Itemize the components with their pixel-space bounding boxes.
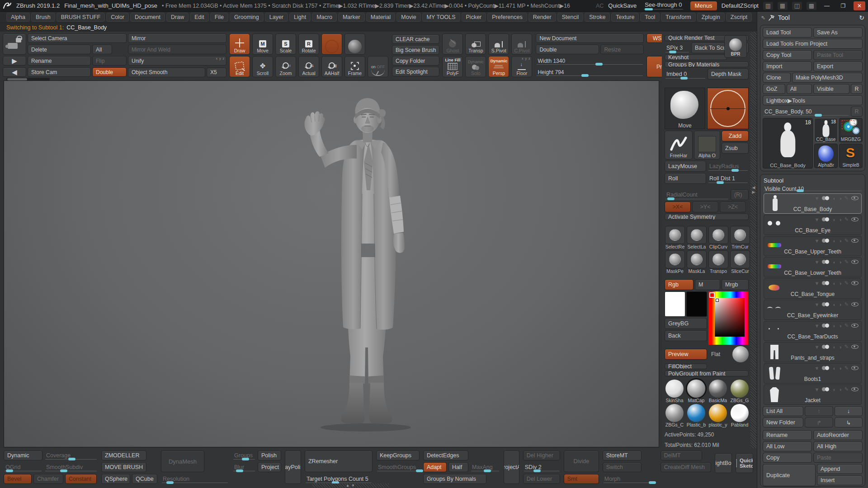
canvas-tool-button[interactable] bbox=[708, 226, 728, 244]
difference-icon[interactable]: ◐ bbox=[833, 302, 836, 307]
subtool-row[interactable]: ▼ ◐ ◑ ✎ CC_Base_Upper_Teeth bbox=[764, 236, 862, 256]
qgrid-slider[interactable]: QGrid bbox=[4, 462, 42, 472]
subtool-row[interactable]: ▼ ◐ ◑ ✎ CC_Base_Lower_Teeth bbox=[764, 257, 862, 277]
maximize-button[interactable]: ❐ bbox=[837, 1, 849, 10]
groups-by-materials-button[interactable]: Groups By Materials bbox=[665, 61, 749, 67]
subtool-row[interactable]: ▼ ◐ ◑ ✎ CC_Base_Eye bbox=[764, 215, 862, 235]
aahalf-button[interactable]: ▥AAHalf bbox=[321, 56, 342, 77]
big-scene-brush-button[interactable]: Big Scene Brush bbox=[392, 45, 439, 55]
flip-button[interactable]: Flip bbox=[92, 56, 127, 66]
canvas-tool-button[interactable] bbox=[730, 250, 750, 268]
paint-brush-icon[interactable]: ✎ bbox=[844, 195, 849, 201]
subtool-row[interactable]: ▼ ◐ ◑ ✎ CC_Base_Body bbox=[764, 193, 862, 214]
constant-button[interactable]: Constant bbox=[65, 474, 97, 484]
visibility-eye-icon[interactable] bbox=[851, 239, 859, 243]
intersection-icon[interactable]: ◑ bbox=[839, 196, 842, 201]
difference-icon[interactable]: ◐ bbox=[833, 344, 836, 350]
rename-subtool-button[interactable]: Rename bbox=[763, 430, 812, 440]
move-into-folder-button[interactable]: ↳ bbox=[835, 418, 863, 427]
visibility-eye-icon[interactable] bbox=[851, 387, 859, 391]
move-mode-button[interactable]: MMove bbox=[252, 33, 273, 55]
menu-item[interactable]: Zplugin bbox=[697, 13, 725, 22]
floor-button[interactable]: x y z Floor bbox=[511, 56, 532, 77]
clear-pivot-button[interactable]: C.Pivot bbox=[511, 33, 532, 55]
visibility-eye-icon[interactable] bbox=[851, 281, 859, 285]
intersection-icon[interactable]: ◑ bbox=[839, 344, 842, 350]
paint-brush-icon[interactable]: ✎ bbox=[844, 238, 849, 244]
see-through-slider[interactable]: See-through 0 bbox=[641, 1, 685, 10]
refresh-icon[interactable]: ↻ bbox=[859, 14, 864, 21]
texture-sphere-icon[interactable] bbox=[732, 346, 749, 362]
default-zscript-button[interactable]: DefaultZScript bbox=[722, 2, 759, 9]
visibility-eye-icon[interactable] bbox=[851, 196, 859, 200]
canvas-tool-button[interactable] bbox=[687, 250, 707, 268]
load-tools-from-project-button[interactable]: Load Tools From Project bbox=[763, 39, 863, 49]
collapse-icon[interactable]: ⇖ bbox=[761, 14, 765, 21]
smt-button[interactable]: Smt bbox=[564, 474, 599, 484]
delmt-button[interactable]: DelMT bbox=[660, 450, 702, 460]
del-lower-button[interactable]: Del Lower bbox=[523, 474, 560, 484]
lightbox-button[interactable]: LightBox bbox=[715, 453, 732, 473]
difference-icon[interactable]: ◐ bbox=[833, 387, 836, 392]
active-tool-thumbnail[interactable]: 18 CC_Base_Body bbox=[763, 118, 813, 169]
subtool-row[interactable]: ▼ ◐ ◑ ✎ CC_Base_TearDucts bbox=[764, 321, 862, 341]
menu-item[interactable]: Render bbox=[528, 13, 556, 22]
rotate-mode-button[interactable]: RRotate bbox=[298, 33, 319, 55]
divide-button[interactable]: Divide bbox=[564, 450, 599, 472]
menu-item[interactable]: Tool bbox=[640, 13, 660, 22]
canvas-tool-button[interactable] bbox=[665, 250, 685, 268]
canvas-tool-button[interactable] bbox=[708, 250, 728, 268]
intersection-icon[interactable]: ◑ bbox=[839, 366, 842, 371]
menu-item[interactable]: BRUSH STUFF bbox=[57, 13, 105, 22]
play-camera-button[interactable]: ▶ bbox=[3, 56, 26, 66]
material-item[interactable]: SkinSha bbox=[665, 380, 684, 403]
object-smooth-button[interactable]: Object Smooth bbox=[128, 68, 205, 77]
divider-bars-icon[interactable]: ▥ bbox=[763, 2, 773, 10]
mrgb-button[interactable]: Mrgb bbox=[722, 279, 749, 290]
brush-preview-button[interactable] bbox=[321, 33, 342, 55]
scroll-button[interactable]: ✥Scroll bbox=[252, 56, 273, 77]
zadd-button[interactable]: Zadd bbox=[722, 131, 749, 141]
active-tool-slider[interactable]: CC_Base_Body. 50 bbox=[763, 107, 849, 117]
visibility-eye-icon[interactable] bbox=[851, 260, 859, 264]
paint-brush-icon[interactable]: ✎ bbox=[844, 386, 849, 392]
difference-icon[interactable]: ◐ bbox=[833, 323, 836, 328]
unify-button[interactable]: Unifyx y z bbox=[128, 56, 226, 66]
union-arrow-icon[interactable]: ▼ bbox=[815, 281, 820, 286]
difference-icon[interactable]: ◐ bbox=[833, 259, 836, 265]
clone-button[interactable]: Clone bbox=[763, 73, 791, 83]
target-polygons-slider[interactable]: Target Polygons Count 5 bbox=[305, 474, 373, 484]
intersection-icon[interactable]: ◑ bbox=[839, 238, 842, 244]
copy-subtool-button[interactable]: Copy bbox=[763, 453, 812, 463]
maxang-slider[interactable]: MaxAng bbox=[470, 462, 500, 472]
flat-label[interactable]: Flat bbox=[708, 351, 720, 357]
menu-item[interactable]: Grooming bbox=[230, 13, 264, 22]
prev-camera-button[interactable]: ◀ bbox=[3, 67, 26, 77]
polypaint-icon[interactable] bbox=[822, 217, 830, 221]
difference-icon[interactable]: ◐ bbox=[833, 196, 836, 201]
mrgbzgrabber-tool-thumbnail[interactable]: MRGBZG bbox=[839, 118, 863, 142]
all-low-button[interactable]: All Low bbox=[763, 441, 812, 451]
union-arrow-icon[interactable]: ▼ bbox=[815, 196, 820, 201]
scale-mode-button[interactable]: SScale bbox=[275, 33, 296, 55]
document-canvas[interactable] bbox=[4, 80, 659, 447]
keyshot-button[interactable]: Keyshot bbox=[665, 55, 727, 61]
paste-tool-button[interactable]: Paste Tool bbox=[813, 50, 863, 60]
preview-button[interactable]: Preview bbox=[665, 349, 707, 360]
paint-brush-icon[interactable]: ✎ bbox=[844, 216, 849, 222]
main-color-swatch[interactable] bbox=[665, 291, 685, 317]
polypaint-icon[interactable] bbox=[822, 239, 830, 243]
document-double-button[interactable]: Double bbox=[536, 45, 599, 54]
roll-button[interactable]: Roll bbox=[665, 173, 706, 184]
polypaint-icon[interactable] bbox=[822, 196, 830, 200]
menu-item[interactable]: Picker bbox=[462, 13, 486, 22]
onoff-dial-button[interactable]: on OFF bbox=[368, 56, 388, 77]
difference-icon[interactable]: ◐ bbox=[833, 281, 836, 286]
goz-visible-button[interactable]: Visible bbox=[813, 84, 849, 94]
activate-symmetry-button[interactable]: Activate Symmetry bbox=[665, 214, 749, 220]
imbed-slider[interactable]: Imbed 0 bbox=[665, 69, 706, 80]
difference-icon[interactable]: ◐ bbox=[833, 238, 836, 244]
autoreorder-button[interactable]: AutoReorder bbox=[813, 430, 863, 440]
union-arrow-icon[interactable]: ▼ bbox=[815, 259, 820, 265]
insert-button[interactable]: Insert bbox=[817, 475, 863, 485]
